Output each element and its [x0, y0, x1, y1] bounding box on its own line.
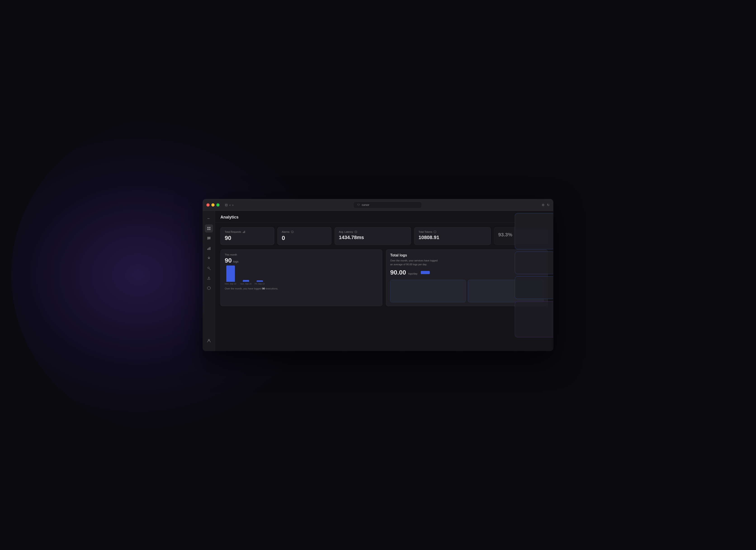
- svg-rect-5: [208, 248, 209, 250]
- empty-card-1: [390, 280, 466, 302]
- forward-icon[interactable]: ›: [232, 203, 234, 207]
- stat-value-avg-latency: 1434.78ms: [339, 235, 407, 241]
- stat-card-total-requests: Total Requests 90: [220, 227, 274, 245]
- stat-value-total-requests: 90: [225, 235, 270, 242]
- chart-month-value: 90 logs: [225, 257, 378, 264]
- nav-controls: ⊡ ‹ ›: [225, 203, 233, 207]
- empty-chart-area: [390, 280, 543, 302]
- svg-rect-14: [244, 231, 245, 233]
- minimize-button[interactable]: [211, 203, 215, 207]
- svg-rect-16: [292, 232, 292, 233]
- logs-bar-mini: [421, 271, 430, 274]
- bar-group-fri: Fri, Sep 13: [255, 280, 265, 285]
- bar-label-fri: Fri, Sep 13: [255, 283, 265, 285]
- svg-rect-1: [209, 227, 210, 228]
- empty-card-2: [468, 280, 543, 302]
- svg-rect-13: [243, 232, 244, 233]
- bar-mon: [226, 266, 235, 282]
- bar-group-mon: Mon, Sep 16: [225, 266, 236, 285]
- sidebar-item-api[interactable]: [205, 284, 213, 292]
- sidebar-item-user[interactable]: [205, 336, 213, 344]
- sidebar-item-settings[interactable]: [205, 254, 213, 263]
- token-icon: [434, 231, 436, 233]
- bar-label-sun: Sun, Sep 15: [240, 283, 252, 285]
- sidebar-back-button[interactable]: ←: [205, 215, 213, 223]
- content-area: Total Requests 90 Alarms: [215, 223, 553, 311]
- stat-label-alarms: Alarms: [282, 231, 327, 233]
- stats-row: Total Requests 90 Alarms: [220, 227, 548, 245]
- svg-rect-12: [243, 232, 243, 233]
- logs-per-day-value: 90.00: [390, 269, 406, 276]
- bar-chart: Mon, Sep 16 Sun, Sep 15 Fri, Sep 13: [225, 267, 378, 285]
- bar-group-sun: Sun, Sep 15: [240, 280, 252, 285]
- main-content: Analytics Total Requests: [215, 211, 553, 351]
- sidebar-item-analytics[interactable]: [205, 244, 213, 253]
- bar-chart-icon: [243, 231, 245, 233]
- sidebar-item-grid[interactable]: [205, 225, 213, 233]
- charts-row: This month 90 logs Mon, Sep 16: [220, 250, 548, 306]
- page-title: Analytics: [220, 215, 239, 220]
- stat-label-total-requests: Total Requests: [225, 231, 270, 233]
- stat-card-avg-latency: Avg. Latency 1434.78ms: [335, 227, 411, 245]
- url-bar[interactable]: 🛡 cursor: [354, 202, 421, 208]
- logs-per-day: 90.00 logs/day: [390, 269, 543, 276]
- logs-per-day-unit: logs/day: [408, 272, 418, 275]
- stat-card-alarms: Alarms 0: [277, 227, 331, 245]
- sidebar-item-webhook[interactable]: [205, 274, 213, 282]
- close-button[interactable]: [206, 203, 210, 207]
- back-icon[interactable]: ‹: [229, 203, 231, 207]
- svg-rect-2: [207, 229, 209, 230]
- chart-unit: logs: [233, 260, 239, 263]
- sidebar-item-key[interactable]: [205, 264, 213, 272]
- bar-sun: [243, 280, 249, 282]
- svg-point-11: [208, 339, 210, 341]
- page-header: Analytics: [215, 211, 553, 223]
- chart-card-left: This month 90 logs Mon, Sep 16: [220, 250, 382, 306]
- chart-footer: Over the month, you have logged 90 execu…: [225, 287, 378, 290]
- traffic-lights: [206, 203, 220, 207]
- stat-card-total-tokens: Total Tokens 10808.91: [414, 227, 491, 245]
- bar-label-mon: Mon, Sep 16: [225, 283, 236, 285]
- svg-rect-4: [207, 249, 208, 250]
- titlebar-center: 🛡 cursor: [236, 202, 539, 208]
- svg-point-19: [434, 231, 436, 233]
- svg-rect-6: [210, 247, 210, 250]
- svg-rect-0: [207, 227, 209, 228]
- svg-point-9: [208, 278, 209, 279]
- stat-card-extra: 93.3%: [494, 227, 548, 245]
- svg-rect-3: [209, 229, 210, 230]
- total-logs-title: Total logs: [390, 253, 543, 258]
- total-logs-card: Total logs Over the month, your services…: [386, 250, 548, 306]
- chart-subtitle: This month: [225, 253, 378, 256]
- maximize-button[interactable]: [216, 203, 220, 207]
- bar-fri: [257, 280, 263, 282]
- stat-label-total-tokens: Total Tokens: [418, 231, 487, 233]
- titlebar: ⊡ ‹ › 🛡 cursor ⚙ ↻: [203, 199, 553, 211]
- shield-icon: 🛡: [357, 203, 360, 207]
- url-text: cursor: [362, 203, 369, 207]
- sidebar-item-chat[interactable]: [205, 234, 213, 243]
- sidebar-toggle-icon[interactable]: ⊡: [225, 203, 228, 207]
- clock-icon: [354, 231, 357, 233]
- stat-label-avg-latency: Avg. Latency: [339, 231, 407, 233]
- stat-value-total-tokens: 10808.91: [418, 235, 487, 241]
- settings-icon[interactable]: ⚙: [542, 203, 545, 207]
- logs-per-day-container: 90.00 logs/day: [390, 269, 418, 276]
- browser-window: ⊡ ‹ › 🛡 cursor ⚙ ↻ ←: [203, 199, 553, 351]
- total-logs-desc: Over the month, your services have logge…: [390, 259, 440, 266]
- sidebar: ←: [203, 211, 215, 351]
- svg-marker-10: [207, 286, 210, 290]
- titlebar-right: ⚙ ↻: [542, 203, 550, 207]
- refresh-icon[interactable]: ↻: [547, 203, 550, 207]
- info-icon: [291, 231, 294, 233]
- stat-value-extra: 93.3%: [498, 232, 543, 238]
- stat-value-alarms: 0: [282, 235, 327, 242]
- app-layout: ←: [203, 211, 553, 351]
- svg-rect-17: [292, 231, 292, 232]
